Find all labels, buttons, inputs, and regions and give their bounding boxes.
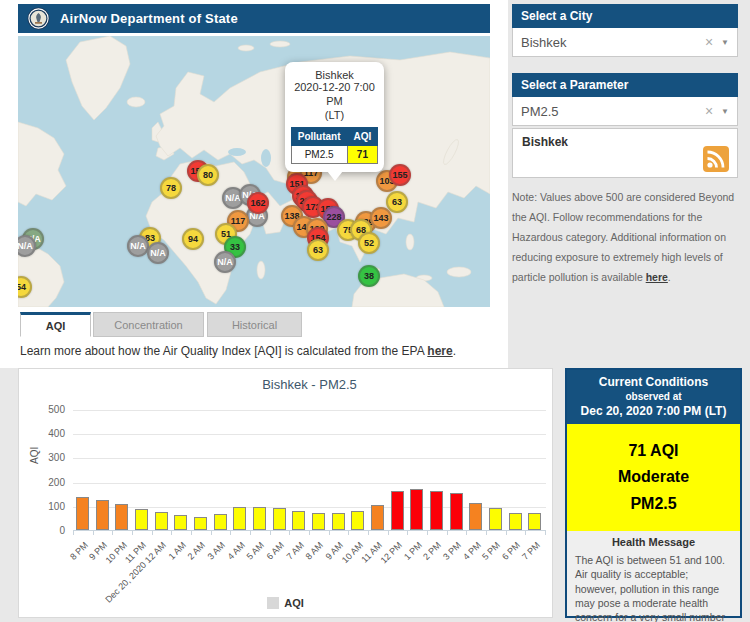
map-marker[interactable]: 78 — [160, 177, 182, 199]
chart-bar[interactable] — [469, 503, 482, 530]
popup-pollutant-value: PM2.5 — [291, 146, 347, 164]
y-axis-tick-label: 400 — [35, 428, 65, 439]
chart-bar[interactable] — [194, 517, 207, 530]
chart-bar[interactable] — [292, 511, 305, 530]
x-axis-tick — [73, 531, 74, 535]
chart-title: Bishkek - PM2.5 — [73, 377, 546, 392]
chart-bar[interactable] — [489, 508, 502, 530]
x-axis-tick — [447, 531, 448, 535]
x-axis-tick — [112, 531, 113, 535]
chart-legend[interactable]: AQI — [19, 597, 552, 609]
current-conditions-panel: Current Conditions observed at Dec 20, 2… — [565, 368, 742, 618]
parameter-select-value: PM2.5 — [521, 104, 705, 119]
x-axis-tick — [152, 531, 153, 535]
chart-plot: 01002003004005008 PM9 PM10 PM11 PMDec 20… — [73, 410, 546, 531]
chart-bar[interactable] — [371, 505, 384, 530]
map-marker[interactable]: 155 — [389, 164, 411, 186]
x-axis-tick — [348, 531, 349, 535]
chart-bar[interactable] — [155, 512, 168, 530]
rss-feed-box: Bishkek — [512, 128, 738, 178]
note-suffix: . — [668, 271, 671, 283]
chart-bar[interactable] — [96, 500, 109, 530]
x-axis-tick — [466, 531, 467, 535]
parameter-select[interactable]: PM2.5 × ▼ — [512, 97, 738, 126]
tab-concentration[interactable]: Concentration — [93, 312, 204, 337]
app-header: AirNow Department of State — [18, 4, 490, 33]
chart-bar[interactable] — [174, 515, 187, 530]
parameter-caret-down-icon[interactable]: ▼ — [721, 107, 729, 116]
city-select[interactable]: Bishkek × ▼ — [512, 28, 738, 57]
chart-bar[interactable] — [273, 508, 286, 530]
x-axis-tick — [289, 531, 290, 535]
map-marker[interactable]: 162 — [247, 192, 269, 214]
parameter-clear-icon[interactable]: × — [705, 104, 713, 118]
x-axis-tick — [506, 531, 507, 535]
x-axis-tick — [309, 531, 310, 535]
chart-bar[interactable] — [391, 491, 404, 530]
chart-bar[interactable] — [351, 511, 364, 530]
x-axis-tick — [486, 531, 487, 535]
y-axis-tick-label: 300 — [35, 452, 65, 463]
tab-historical[interactable]: Historical — [207, 312, 302, 337]
popup-table: Pollutant AQI PM2.5 71 — [291, 127, 379, 164]
conditions-aqi-block: 71 AQI Moderate PM2.5 — [567, 424, 740, 531]
chart-bar[interactable] — [312, 513, 325, 530]
note-here-link[interactable]: here — [646, 271, 668, 283]
conditions-aqi-value: 71 AQI — [571, 438, 736, 464]
chart-bar[interactable] — [253, 507, 266, 530]
chart-bar[interactable] — [233, 507, 246, 530]
conditions-title: Current Conditions — [571, 375, 736, 389]
city-clear-icon[interactable]: × — [705, 35, 713, 49]
popup-col-aqi: AQI — [347, 128, 378, 146]
conditions-observed-at: observed at — [571, 391, 736, 402]
epa-here-link[interactable]: here — [427, 344, 452, 358]
popup-city: Bishkek — [290, 69, 379, 81]
map-marker[interactable]: 94 — [182, 228, 204, 250]
map-marker[interactable]: N/A — [127, 235, 149, 257]
chart-bar[interactable] — [450, 493, 463, 530]
chart-bar[interactable] — [430, 491, 443, 530]
map-marker[interactable]: 52 — [358, 232, 380, 254]
x-axis-tick — [132, 531, 133, 535]
x-axis-tick — [388, 531, 389, 535]
chart-bar[interactable] — [135, 509, 148, 530]
rss-city-title: Bishkek — [522, 135, 728, 149]
chart-bar[interactable] — [410, 489, 423, 530]
y-axis-tick-label: 200 — [35, 477, 65, 488]
map-marker[interactable]: N/A — [214, 251, 236, 273]
learn-more-text: Learn more about how the Air Quality Ind… — [20, 344, 456, 358]
map-marker[interactable]: 63 — [386, 191, 408, 213]
conditions-header: Current Conditions observed at Dec 20, 2… — [567, 370, 740, 424]
chart-bar[interactable] — [509, 513, 522, 530]
chart-bar[interactable] — [332, 513, 345, 530]
x-axis-tick — [250, 531, 251, 535]
legend-label: AQI — [284, 597, 304, 609]
popup-pointer — [327, 171, 343, 181]
gridline — [73, 458, 546, 459]
map-marker[interactable]: N/A — [147, 242, 169, 264]
tab-aqi[interactable]: AQI — [20, 312, 91, 337]
city-caret-down-icon[interactable]: ▼ — [721, 38, 729, 47]
map-marker[interactable]: 38 — [358, 265, 380, 287]
x-axis-tick — [171, 531, 172, 535]
map-marker[interactable]: 80 — [197, 164, 219, 186]
x-axis-tick — [329, 531, 330, 535]
chart-bar[interactable] — [214, 514, 227, 530]
rss-icon[interactable] — [703, 146, 729, 172]
world-aqi-map[interactable]: 7815080N/AN/AN/A1175133N/A9483N/AN/AN/AN… — [18, 36, 490, 307]
popup-col-pollutant: Pollutant — [291, 128, 347, 146]
chart-bar[interactable] — [115, 504, 128, 530]
page: AirNow Department of State — [0, 0, 750, 622]
map-marker[interactable]: 63 — [307, 239, 329, 261]
x-axis-tick — [525, 531, 526, 535]
y-axis-tick-label: 500 — [35, 404, 65, 415]
x-axis-tick — [230, 531, 231, 535]
select-city-header: Select a City — [512, 4, 738, 28]
learn-more-suffix: . — [453, 344, 456, 358]
select-parameter-header: Select a Parameter — [512, 73, 738, 97]
chart-bar[interactable] — [528, 513, 541, 530]
city-select-value: Bishkek — [521, 35, 705, 50]
map-marker[interactable]: 143 — [370, 207, 392, 229]
gridline — [73, 410, 546, 411]
chart-bar[interactable] — [76, 497, 89, 530]
